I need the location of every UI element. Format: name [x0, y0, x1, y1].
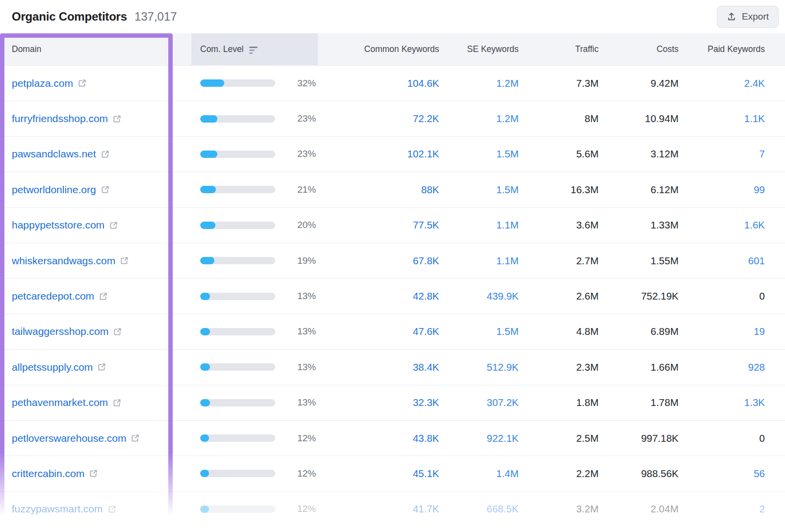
- se-keywords-value[interactable]: 1.5M: [496, 148, 519, 159]
- se-keywords-value[interactable]: 512.9K: [487, 361, 519, 373]
- domain-link[interactable]: petloverswarehouse.com: [12, 432, 126, 444]
- table-header-row: Domain Com. Level Common Keywords SE Key…: [0, 33, 785, 65]
- competition-level-value: 13%: [277, 291, 318, 302]
- common-keywords-value[interactable]: 41.7K: [413, 503, 439, 514]
- competition-level-value: 32%: [277, 78, 318, 89]
- domain-link[interactable]: crittercabin.com: [12, 468, 84, 480]
- competition-level-value: 20%: [277, 220, 318, 230]
- paid-keywords-value[interactable]: 2: [759, 503, 765, 514]
- column-header-com-level[interactable]: Com. Level: [191, 33, 318, 65]
- column-header-traffic[interactable]: Traffic: [519, 44, 599, 54]
- se-keywords-value[interactable]: 307.2K: [487, 397, 519, 408]
- common-keywords-value[interactable]: 43.8K: [413, 432, 439, 444]
- domain-link[interactable]: tailwaggersshop.com: [12, 326, 108, 337]
- domain-cell: furryfriendsshop.com: [0, 113, 191, 125]
- competition-level-bar: [200, 115, 275, 123]
- external-link-icon[interactable]: [131, 434, 139, 442]
- domain-cell: petloverswarehouse.com: [0, 432, 191, 444]
- external-link-icon[interactable]: [78, 79, 86, 87]
- common-keywords-value[interactable]: 42.8K: [413, 290, 439, 302]
- se-keywords-value[interactable]: 922.1K: [487, 432, 519, 444]
- external-link-icon[interactable]: [113, 328, 122, 336]
- external-link-icon[interactable]: [120, 256, 129, 265]
- se-keywords-value[interactable]: 1.1M: [496, 219, 519, 230]
- external-link-icon[interactable]: [108, 505, 116, 513]
- paid-keywords-value: 0: [759, 290, 765, 302]
- domain-link[interactable]: allpetssupply.com: [12, 361, 93, 373]
- paid-keywords-value[interactable]: 19: [754, 326, 765, 337]
- table-row: fuzzypawsmart.com 12% 41.7K 668.5K 3.2M …: [0, 491, 785, 527]
- costs-value: 997.18K: [641, 432, 679, 444]
- common-keywords-value[interactable]: 47.6K: [413, 326, 439, 337]
- paid-keywords-value[interactable]: 2.4K: [744, 77, 765, 89]
- costs-value: 9.42M: [651, 77, 679, 89]
- table-row: furryfriendsshop.com 23% 72.2K 1.2M 8M 1…: [0, 101, 785, 136]
- competition-level-bar-fill: [200, 328, 210, 335]
- se-keywords-value[interactable]: 668.5K: [487, 503, 519, 514]
- domain-link[interactable]: happypetsstore.com: [12, 219, 105, 231]
- external-link-icon[interactable]: [99, 292, 107, 301]
- domain-link[interactable]: fuzzypawsmart.com: [12, 503, 103, 515]
- domain-link[interactable]: whiskersandwags.com: [12, 255, 115, 267]
- external-link-icon[interactable]: [109, 221, 118, 229]
- competition-level-bar-fill: [200, 186, 216, 193]
- se-keywords-value[interactable]: 1.5M: [496, 326, 519, 337]
- traffic-value: 2.5M: [576, 432, 599, 444]
- competition-level-bar-cell: [191, 186, 277, 193]
- competition-level-bar-cell: [191, 293, 277, 300]
- table-row: petworldonline.org 21% 88K 1.5M 16.3M 6.…: [0, 172, 785, 207]
- export-button[interactable]: Export: [717, 6, 779, 28]
- domain-link[interactable]: petcaredepot.com: [12, 290, 94, 302]
- domain-link[interactable]: pethavenmarket.com: [12, 397, 108, 408]
- se-keywords-value[interactable]: 1.2M: [496, 113, 519, 124]
- common-keywords-value[interactable]: 38.4K: [413, 361, 439, 373]
- traffic-value: 7.3M: [576, 77, 599, 89]
- se-keywords-value[interactable]: 439.9K: [487, 290, 519, 302]
- competition-level-value: 21%: [277, 184, 318, 195]
- paid-keywords-value[interactable]: 601: [748, 255, 765, 266]
- paid-keywords-value[interactable]: 1.3K: [744, 397, 765, 408]
- domain-link[interactable]: furryfriendsshop.com: [12, 113, 108, 125]
- paid-keywords-value[interactable]: 56: [754, 468, 765, 479]
- se-keywords-value[interactable]: 1.4M: [496, 468, 519, 479]
- external-link-icon[interactable]: [98, 363, 106, 371]
- external-link-icon[interactable]: [113, 115, 121, 123]
- common-keywords-value[interactable]: 77.5K: [413, 219, 439, 230]
- se-keywords-value[interactable]: 1.2M: [496, 77, 519, 89]
- table-row: petcaredepot.com 13% 42.8K 439.9K 2.6M 7…: [0, 278, 785, 313]
- common-keywords-value[interactable]: 102.1K: [407, 148, 439, 159]
- se-keywords-value[interactable]: 1.5M: [496, 184, 519, 195]
- domain-link[interactable]: pawsandclaws.net: [12, 148, 96, 160]
- external-link-icon[interactable]: [101, 185, 109, 194]
- competition-level-value: 23%: [277, 149, 318, 159]
- paid-keywords-value[interactable]: 928: [748, 361, 765, 373]
- common-keywords-value[interactable]: 88K: [421, 184, 439, 195]
- external-link-icon[interactable]: [89, 469, 98, 478]
- column-header-costs[interactable]: Costs: [599, 44, 679, 54]
- paid-keywords-value[interactable]: 99: [754, 184, 765, 195]
- traffic-value: 2.3M: [576, 361, 599, 373]
- common-keywords-value[interactable]: 72.2K: [413, 113, 439, 124]
- column-header-se-keywords[interactable]: SE Keywords: [439, 44, 519, 54]
- domain-cell: pethavenmarket.com: [0, 397, 191, 408]
- se-keywords-value[interactable]: 1.1M: [496, 255, 519, 266]
- column-header-common-keywords[interactable]: Common Keywords: [318, 44, 439, 54]
- title-group: Organic Competitors 137,017: [12, 10, 177, 24]
- domain-link[interactable]: petworldonline.org: [12, 184, 96, 196]
- table-row: happypetsstore.com 20% 77.5K 1.1M 3.6M 1…: [0, 207, 785, 243]
- paid-keywords-value[interactable]: 1.1K: [744, 113, 765, 124]
- common-keywords-value[interactable]: 104.6K: [407, 77, 439, 89]
- competition-level-bar-fill: [200, 506, 209, 513]
- competition-level-bar-fill: [200, 293, 210, 300]
- column-header-paid-keywords[interactable]: Paid Keywords: [679, 44, 785, 54]
- common-keywords-value[interactable]: 32.3K: [413, 397, 439, 408]
- competition-level-bar-cell: [191, 257, 277, 264]
- domain-link[interactable]: petplaza.com: [12, 77, 73, 89]
- external-link-icon[interactable]: [113, 399, 121, 407]
- common-keywords-value[interactable]: 67.8K: [413, 255, 439, 266]
- paid-keywords-value[interactable]: 1.6K: [744, 219, 765, 230]
- paid-keywords-value[interactable]: 7: [759, 148, 765, 159]
- competition-level-bar-fill: [200, 363, 210, 371]
- common-keywords-value[interactable]: 45.1K: [413, 468, 439, 479]
- external-link-icon[interactable]: [101, 150, 109, 158]
